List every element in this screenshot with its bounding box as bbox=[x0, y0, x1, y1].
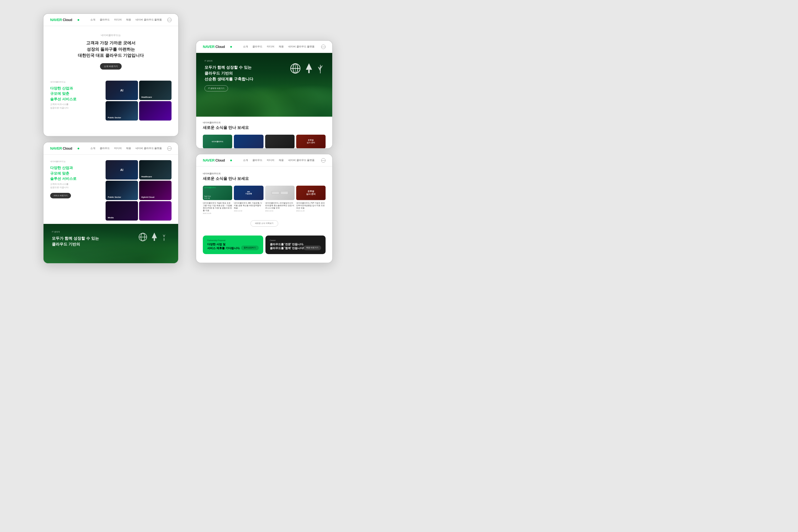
news-section-4: 네이버클라우드의 새로운 소식을 만나 보세요 네이버클라우드 SaaS 육성프… bbox=[196, 167, 332, 235]
nav-logo-2: NAVER Cloud bbox=[50, 146, 72, 150]
news-card-4-1[interactable]: 네이버클라우드 SaaS 육성프로그램 네이버클라우드 'SaaS 육성 프로그… bbox=[203, 186, 232, 216]
hero-sub: 네이버클라우드는 bbox=[55, 34, 167, 37]
cta-career: Career 클라우드를 '전문' 만듭니다. 클라우드를 '함께' 만듭니다!… bbox=[265, 235, 326, 254]
hybrid-label-2: Hybrid Cloud bbox=[141, 196, 154, 198]
nav-links-2: 소개 클라우드 미디어 채용 네이버 클라우드 플랫폼 bbox=[90, 147, 162, 150]
industry-section-2: 네이버클라우드는 다양한 산업과 규모에 맞춘 솔루션 서비스로 고객의 비즈니… bbox=[43, 155, 178, 224]
news-grid-3: 네이버클라우드 온투법심사 준비 bbox=[203, 135, 326, 149]
nav-link-5[interactable]: 채용 bbox=[126, 147, 131, 150]
nav-link-7[interactable]: 소개 bbox=[243, 45, 248, 49]
nav-link-9[interactable]: 미디어 bbox=[267, 45, 274, 49]
nav-active-dot-4 bbox=[230, 159, 232, 161]
nav-link-3[interactable]: 클라우드 bbox=[100, 147, 110, 150]
nav-links-3: 소개 클라우드 미디어 채용 네이버 클라우드 플랫폼 bbox=[243, 45, 316, 49]
industry-card-ai[interactable]: AI bbox=[106, 81, 138, 100]
media-label-2: Media bbox=[108, 216, 114, 219]
eco-title-3: 모두가 함께 성장할 수 있는 클라우드 기반의 선순환 생태계를 구축합니다 bbox=[205, 64, 265, 82]
news-text-4-4: 네이버클라우드, P2P 기업의 온라인투자연계금융업 입사 지원 프로모션 모… bbox=[296, 200, 326, 213]
window-2: NAVER Cloud 소개 클라우드 미디어 채용 네이버 클라우드 플랫폼 … bbox=[43, 142, 179, 264]
nav-link-6[interactable]: 네이버 클라우드 플랫폼 bbox=[135, 147, 162, 150]
news-img-4-2: IBK기업은행 bbox=[234, 186, 263, 200]
news-card-img-2 bbox=[234, 135, 263, 149]
eco-section-3: IT 생태계 모두가 함께 성장할 수 있는 클라우드 기반의 선순환 생태계를… bbox=[196, 53, 332, 117]
news-card-4-3[interactable]: 네이버클라우드, 라이빌딩인사이트와 함께 중소솔래파력인 성장 비즈니스 모델… bbox=[265, 186, 294, 216]
news-section-3: 네이버클라우드의 새로운 소식을 만나 보세요 네이버클라우드 bbox=[196, 117, 332, 149]
cta-partnership: Partnership Proposal 다양한 사업 및 서비스 제휴를 기다… bbox=[203, 235, 263, 254]
news-card-4-2[interactable]: IBK기업은행 네이버클라우드-IBK 기업은행, 디지털 금융 혁신을 위한 … bbox=[234, 186, 263, 216]
eco-content-3: IT 생태계 모두가 함께 성장할 수 있는 클라우드 기반의 선순환 생태계를… bbox=[196, 53, 332, 98]
cta-sub-left: Partnership Proposal bbox=[207, 240, 259, 241]
nav-links: 소개 클라우드 미디어 채용 네이버 클라우드 플랫폼 bbox=[90, 18, 162, 22]
news-grid-4: 네이버클라우드 SaaS 육성프로그램 네이버클라우드 'SaaS 육성 프로그… bbox=[203, 186, 326, 216]
news-more-button[interactable]: 새로운 소식 이력보기 bbox=[250, 220, 278, 227]
healthcare-label-2: Healthcare bbox=[141, 175, 152, 178]
nav-link-platform[interactable]: 네이버 클라우드 플랫폼 bbox=[135, 18, 162, 22]
news-card-img-3 bbox=[265, 135, 294, 149]
service-cta-button[interactable]: 서비스 바로가기 bbox=[50, 193, 71, 198]
news-card-4-4[interactable]: 온투법심사 준비 네이버클라우드, P2P 기업의 온라인투자연계금융업 입사 … bbox=[296, 186, 326, 216]
nav-link-12[interactable]: 소개 bbox=[243, 158, 248, 162]
nav-link-13[interactable]: 클라우드 bbox=[252, 158, 262, 162]
cta-sub-right: Career bbox=[270, 240, 321, 241]
news-card-img-4: 온투법심사 준비 bbox=[296, 135, 326, 149]
eco-cta-button[interactable]: IT 생태계 바로가기 bbox=[205, 86, 228, 92]
industry-desc-2: 고객의 비즈니스를 성공으로 이끕니다 bbox=[50, 183, 100, 190]
nav-logo-3: NAVER Cloud bbox=[203, 44, 225, 49]
news-sub-3: 네이버클라우드의 bbox=[203, 121, 326, 124]
hero-title: 고객과 가장 가까운 곳에서 성장의 돌파구를 마련하는 대한민국 대표 클라우… bbox=[55, 40, 167, 59]
news-img-4-1: 네이버클라우드 SaaS 육성프로그램 bbox=[203, 186, 232, 200]
nav-link-11[interactable]: 네이버 클라우드 플랫폼 bbox=[288, 45, 315, 49]
news-text-4-3: 네이버클라우드, 라이빌딩인사이트와 함께 중소솔래파력인 성장 비즈니스 모델… bbox=[265, 200, 294, 213]
ind-card-ai-2[interactable]: AI bbox=[106, 160, 138, 179]
nav-active-dot-3 bbox=[230, 46, 232, 48]
nav-bar-2: NAVER Cloud 소개 클라우드 미디어 채용 네이버 클라우드 플랫폼 bbox=[43, 142, 178, 155]
ind-card-hybrid-2[interactable]: Hybrid Cloud bbox=[139, 180, 172, 200]
nav-link-15[interactable]: 채용 bbox=[279, 158, 284, 162]
nav-link-cloud[interactable]: 클라우드 bbox=[100, 18, 110, 22]
news-title-3: 새로운 소식을 만나 보세요 bbox=[203, 125, 326, 130]
industry-card-public[interactable]: Public Sector bbox=[106, 101, 138, 120]
globe-icon-3[interactable] bbox=[321, 44, 326, 49]
news-title-4: 새로운 소식을 만나 보세요 bbox=[203, 176, 326, 181]
industry-grid-2: AI Healthcare Public Sector Hybrid Cloud… bbox=[106, 160, 172, 221]
news-card-1[interactable]: 네이버클라우드 bbox=[203, 135, 232, 149]
news-card-2[interactable] bbox=[234, 135, 263, 149]
industry-section-1: 네이버클라우드는 다양한 산업과 규모에 맞춘 솔루션 서비스로 고객의 비즈니… bbox=[43, 75, 178, 126]
ind-card-healthcare-2[interactable]: Healthcare bbox=[139, 160, 172, 179]
hero-cta-button[interactable]: 소개 바로가기 bbox=[100, 63, 122, 70]
eco-tag-3: IT 생태계 bbox=[205, 60, 324, 62]
industry-text: 네이버클라우드는 다양한 산업과 규모에 맞춘 솔루션 서비스로 고객의 비즈니… bbox=[50, 81, 100, 120]
news-card-3[interactable] bbox=[265, 135, 294, 149]
nav-link-4[interactable]: 미디어 bbox=[114, 147, 122, 150]
globe-icon-2[interactable] bbox=[167, 146, 172, 151]
industry-card-healthcare[interactable]: Healthcare bbox=[139, 81, 172, 100]
nav-link-2[interactable]: 소개 bbox=[90, 147, 95, 150]
nav-link-14[interactable]: 미디어 bbox=[267, 158, 274, 162]
globe-icon[interactable] bbox=[167, 18, 172, 22]
industry-title-2: 다양한 산업과 규모에 맞춘 솔루션 서비스로 bbox=[50, 165, 100, 182]
nav-bar-3: NAVER Cloud 소개 클라우드 미디어 채용 네이버 클라우드 플랫폼 bbox=[196, 41, 332, 53]
news-card-4[interactable]: 온투법심사 준비 bbox=[296, 135, 326, 149]
ind-card-extra-2[interactable] bbox=[139, 201, 172, 221]
industry-card-extra[interactable] bbox=[139, 101, 172, 120]
nav-logo: NAVER Cloud bbox=[50, 18, 72, 22]
industry-title: 다양한 산업과 규모에 맞춘 솔루션 서비스로 bbox=[50, 86, 100, 102]
globe-icon-4[interactable] bbox=[321, 158, 326, 163]
nav-link-media[interactable]: 미디어 bbox=[114, 18, 122, 22]
ind-card-media-2[interactable]: Media bbox=[106, 201, 138, 221]
nav-link-8[interactable]: 클라우드 bbox=[252, 45, 262, 49]
window-4: NAVER Cloud 소개 클라우드 미디어 채용 네이버 클라우드 플랫폼 … bbox=[196, 154, 333, 263]
nav-link-intro[interactable]: 소개 bbox=[90, 18, 95, 22]
nav-logo-4: NAVER Cloud bbox=[203, 158, 225, 163]
nav-bar-4: NAVER Cloud 소개 클라우드 미디어 채용 네이버 클라우드 플랫폼 bbox=[196, 154, 332, 167]
healthcare-label: Healthcare bbox=[141, 96, 152, 98]
cta-btn-left[interactable]: 함께 성장하기 bbox=[241, 246, 259, 250]
nav-link-recruit[interactable]: 채용 bbox=[126, 18, 131, 22]
ai-label-2: AI bbox=[120, 168, 123, 172]
cta-btn-right[interactable]: 채용 바로가기 bbox=[303, 246, 321, 250]
ind-card-public-2[interactable]: Public Sector bbox=[106, 180, 138, 200]
nav-link-10[interactable]: 채용 bbox=[279, 45, 284, 49]
news-img-4-3 bbox=[265, 186, 294, 200]
nav-link-16[interactable]: 네이버 클라우드 플랫폼 bbox=[288, 158, 315, 162]
nav-active-dot-2 bbox=[78, 148, 79, 149]
